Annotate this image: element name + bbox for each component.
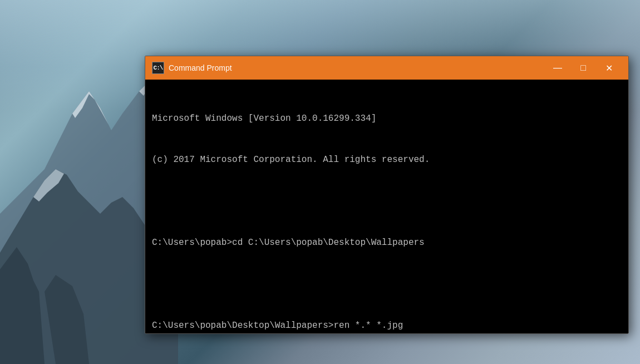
cmd-title: Command Prompt [169,63,540,72]
cmd-blank-2 [152,277,622,291]
cmd-body[interactable]: Microsoft Windows [Version 10.0.16299.33… [145,80,628,333]
cmd-line-3: C:\Users\popab>cd C:\Users\popab\Desktop… [152,236,622,250]
cmd-blank-1 [152,194,622,208]
cmd-output: Microsoft Windows [Version 10.0.16299.33… [152,84,622,333]
cmd-titlebar: C:\ Command Prompt — □ ✕ [145,56,628,80]
cmd-icon-text: C:\ [154,65,163,71]
cmd-window: C:\ Command Prompt — □ ✕ Microsoft Windo… [145,56,629,334]
cmd-line-2: (c) 2017 Microsoft Corporation. All righ… [152,153,622,167]
close-button[interactable]: ✕ [596,56,622,80]
cmd-line-4: C:\Users\popab\Desktop\Wallpapers>ren *.… [152,319,622,333]
cmd-line-1: Microsoft Windows [Version 10.0.16299.33… [152,112,622,126]
cmd-app-icon: C:\ [152,62,164,74]
window-controls: — □ ✕ [545,56,622,80]
maximize-button[interactable]: □ [570,56,596,80]
minimize-button[interactable]: — [545,56,570,80]
